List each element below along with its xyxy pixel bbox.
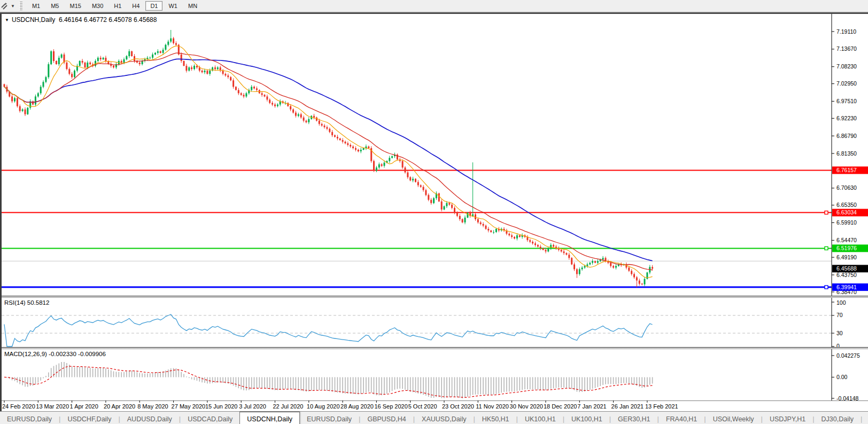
date-tick-label: 28 Aug 2020	[340, 403, 374, 410]
macd-signal-line	[4, 366, 653, 397]
chart-cursor-tool-icon[interactable]	[0, 1, 11, 11]
timeframe-button-m30[interactable]: M30	[87, 1, 108, 11]
date-tick-label: 5 Oct 2020	[408, 403, 437, 410]
chart-title: ▼USDCNH,Daily 6.46164 6.46772 6.45078 6.…	[5, 16, 157, 24]
svg-text:7.13670: 7.13670	[836, 45, 857, 52]
line-handle	[825, 286, 828, 289]
candlestick-chart[interactable]: 7.191107.136707.082307.029506.975106.922…	[2, 14, 868, 296]
date-tick-label: 3 Jul 2020	[239, 403, 266, 410]
chart-ohlc-values: 6.46164 6.46772 6.45078 6.45688	[59, 16, 157, 24]
date-tick-label: 8 May 2020	[137, 403, 168, 410]
rsi-chart[interactable]: 10070300	[2, 298, 868, 347]
moving-average-line	[4, 46, 653, 278]
tab-gbpusd-h4[interactable]: GBPUSD,H4	[360, 412, 413, 424]
toolbar-drag-grip[interactable]	[19, 2, 22, 10]
line-handle	[825, 211, 828, 214]
svg-text:0.042275: 0.042275	[836, 352, 860, 359]
date-tick-label: 7 Jan 2021	[577, 403, 606, 410]
tab-fra40-h1[interactable]: FRA40,H1	[659, 412, 704, 424]
tab-uk100-h1[interactable]: UK100,H1	[564, 412, 609, 424]
date-tick-label: 15 Jun 2020	[205, 403, 238, 410]
tab-hk50-h1[interactable]: HK50,H1	[475, 412, 516, 424]
svg-text:6.45688: 6.45688	[836, 265, 857, 272]
tab-eurusd-daily[interactable]: EURUSD,Daily	[0, 412, 59, 424]
date-tick-label: 22 Jul 2020	[273, 403, 304, 410]
timeframe-button-m15[interactable]: M15	[65, 1, 86, 11]
svg-text:6.65350: 6.65350	[836, 202, 857, 208]
rsi-label: RSI(14) 50.5812	[4, 299, 49, 306]
tab-uk100-h1[interactable]: UK100,H1	[518, 412, 563, 424]
svg-text:6.49190: 6.49190	[836, 254, 857, 260]
date-tick-label: 26 Jan 2021	[611, 403, 644, 410]
svg-text:-0.04148: -0.04148	[836, 395, 859, 401]
svg-text:6.63034: 6.63034	[836, 209, 857, 215]
chart-collapse-caret-icon[interactable]: ▼	[5, 18, 9, 22]
svg-text:100: 100	[836, 299, 846, 306]
time-axis: 24 Feb 202013 Mar 20201 Apr 202020 Apr 2…	[2, 400, 868, 411]
timeframe-button-m5[interactable]: M5	[46, 1, 64, 11]
timeframe-button-m1[interactable]: M1	[27, 1, 45, 11]
date-tick-label: 18 Dec 2020	[544, 403, 577, 410]
timeframe-button-d1[interactable]: D1	[145, 1, 162, 11]
date-tick-label: 10 Aug 2020	[307, 403, 340, 410]
svg-text:6.54470: 6.54470	[836, 237, 857, 243]
macd-label: MACD(12,26,9) -0.002330 -0.009906	[4, 351, 106, 357]
tab-eurusd-daily[interactable]: EURUSD,Daily	[300, 412, 359, 424]
svg-text:6.59910: 6.59910	[836, 219, 857, 226]
chart-window: 7.191107.136707.082307.029506.975106.922…	[0, 14, 868, 411]
svg-text:0.00: 0.00	[836, 374, 848, 380]
timeframe-buttons-group: M1M5M15M30H1H4D1W1MN	[27, 1, 203, 11]
timeframe-toolbar: ▼ M1M5M15M30H1H4D1W1MN	[0, 0, 868, 12]
tab-audusd-daily[interactable]: AUDUSD,Daily	[120, 412, 179, 424]
svg-text:7.08230: 7.08230	[836, 63, 857, 70]
tab-china300-h1[interactable]: CHINA300,H1	[862, 412, 868, 424]
timeframe-button-h4[interactable]: H4	[127, 1, 144, 11]
rsi-panel[interactable]: 10070300 RSI(14) 50.5812	[2, 298, 868, 347]
date-tick-label: 11 Nov 2020	[476, 403, 509, 410]
date-tick-label: 13 Mar 2020	[36, 403, 69, 410]
line-handle	[825, 246, 828, 250]
tool-dropdown-caret-icon[interactable]: ▼	[11, 4, 15, 9]
tab-usdcad-daily[interactable]: USDCAD,Daily	[181, 412, 239, 424]
svg-text:6.70630: 6.70630	[836, 184, 857, 191]
mt4-terminal: ▼ M1M5M15M30H1H4D1W1MN 7.191107.136707.0…	[0, 0, 868, 424]
macd-panel[interactable]: 0.0422750.00-0.04148 MACD(12,26,9) -0.00…	[2, 349, 868, 400]
tab-usdjpy-h1[interactable]: USDJPY,H1	[763, 412, 812, 424]
svg-text:7.19110: 7.19110	[836, 28, 856, 35]
svg-text:6.76157: 6.76157	[836, 167, 857, 173]
moving-average-line	[4, 53, 653, 270]
date-tick-label: 23 Oct 2020	[442, 403, 474, 410]
svg-text:6.81350: 6.81350	[836, 150, 857, 157]
tab-usdcnh-daily-active[interactable]: USDCNH,Daily	[239, 412, 300, 424]
macd-chart[interactable]: 0.0422750.00-0.04148	[2, 349, 868, 400]
timeframe-button-w1[interactable]: W1	[164, 1, 182, 11]
tab-xauusd-daily[interactable]: XAUUSD,Daily	[415, 412, 473, 424]
svg-text:6.92230: 6.92230	[836, 115, 857, 121]
tab-dj30-daily[interactable]: DJ30,Daily	[815, 412, 861, 424]
svg-text:7.02950: 7.02950	[836, 80, 857, 87]
svg-text:0: 0	[836, 343, 840, 348]
svg-text:70: 70	[836, 312, 843, 318]
tab-ger30-h1[interactable]: GER30,H1	[611, 412, 657, 424]
date-tick-label: 1 Apr 2020	[70, 403, 98, 410]
timeframe-button-h1[interactable]: H1	[109, 1, 126, 11]
rsi-line	[4, 314, 653, 346]
svg-text:30: 30	[836, 330, 843, 336]
tab-usoil-weekly[interactable]: USOil,Weekly	[706, 412, 761, 424]
date-tick-label: 13 Feb 2021	[645, 403, 678, 410]
date-tick-label: 16 Sep 2020	[374, 403, 407, 410]
date-tick-label: 27 May 2020	[172, 403, 206, 410]
tab-usdchf-daily[interactable]: USDCHF,Daily	[60, 412, 118, 424]
moving-average-line	[4, 59, 653, 261]
chart-tabs-bar: EURUSD,Daily|USDCHF,Daily|AUDUSD,Daily|U…	[0, 411, 868, 424]
price-chart-panel[interactable]: 7.191107.136707.082307.029506.975106.922…	[2, 14, 868, 296]
date-tick-label: 30 Nov 2020	[510, 403, 543, 410]
timeframe-button-mn[interactable]: MN	[183, 1, 202, 11]
svg-text:6.51976: 6.51976	[836, 245, 857, 251]
svg-text:6.97510: 6.97510	[836, 98, 857, 104]
date-tick-label: 24 Feb 2020	[2, 403, 35, 410]
date-tick-label: 20 Apr 2020	[104, 403, 135, 410]
svg-text:6.39941: 6.39941	[836, 284, 857, 290]
chart-symbol-label: USDCNH,Daily	[12, 16, 55, 24]
svg-text:6.86790: 6.86790	[836, 133, 857, 139]
